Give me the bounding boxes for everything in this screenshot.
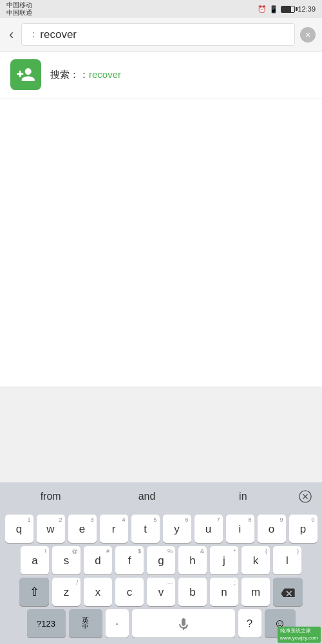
watermark: 纯净系统之家www.ycwjzy.com: [278, 627, 321, 643]
key-k[interactable]: (k: [242, 546, 270, 574]
key-y[interactable]: 6y: [163, 515, 191, 543]
result-icon: [10, 59, 41, 90]
key-e[interactable]: 3e: [68, 515, 97, 543]
key-row-bottom: ?123 英中 · ? ☺: [3, 609, 319, 638]
key-q[interactable]: 1q: [5, 515, 33, 543]
battery-icon: [281, 6, 295, 13]
result-label-prefix: 搜索：：: [50, 69, 89, 80]
status-right: ⏰ 📱 12:39: [258, 5, 316, 14]
key-b[interactable]: b: [178, 578, 207, 606]
key-m[interactable]: m: [242, 578, 270, 606]
suggestion-and[interactable]: and: [99, 491, 194, 502]
mic-icon: [176, 617, 191, 630]
key-z[interactable]: /z: [52, 578, 80, 606]
delete-key[interactable]: [273, 578, 303, 606]
result-label: 搜索：：recover: [50, 69, 121, 81]
carrier-info: 中国移动 中国联通: [6, 1, 32, 17]
key-l[interactable]: )l: [273, 546, 301, 574]
time: 12:39: [298, 5, 316, 13]
lang-key[interactable]: 英中: [69, 609, 102, 638]
key-j[interactable]: *j: [210, 546, 238, 574]
shift-key[interactable]: ⇧: [19, 578, 49, 606]
dot-key[interactable]: ·: [106, 609, 129, 638]
key-r[interactable]: 4r: [100, 515, 128, 543]
key-f[interactable]: $f: [115, 546, 144, 574]
key-v[interactable]: —v: [147, 578, 175, 606]
key-h[interactable]: &h: [178, 546, 207, 574]
search-query[interactable]: recover: [40, 28, 288, 41]
search-input-container[interactable]: ： recover: [21, 23, 295, 46]
clear-button[interactable]: ×: [300, 27, 316, 43]
search-prefix: ：: [28, 28, 39, 41]
keyboard: from and in 1q 2w 3e 4r 5t 6y 7u 8i 9o 0…: [0, 482, 322, 644]
search-bar: ‹ ： recover ×: [0, 18, 322, 52]
suggestion-from[interactable]: from: [3, 491, 99, 502]
key-row-2: !a @s #d $f %g &h *j (k )l: [3, 546, 319, 574]
num-key[interactable]: ?123: [27, 609, 66, 638]
key-t[interactable]: 5t: [131, 515, 160, 543]
phone-icon: 📱: [269, 5, 278, 14]
key-a[interactable]: !a: [21, 546, 49, 574]
key-g[interactable]: %g: [147, 546, 175, 574]
suggestion-delete-button[interactable]: [291, 485, 319, 508]
key-d[interactable]: #d: [84, 546, 112, 574]
suggestions-bar: from and in: [0, 482, 322, 511]
key-row-3: ⇧ /z x c —v b ;n m: [3, 578, 319, 606]
key-w[interactable]: 2w: [37, 515, 65, 543]
result-item[interactable]: 搜索：：recover: [0, 52, 322, 99]
add-contact-icon: [16, 65, 35, 84]
question-key[interactable]: ?: [238, 609, 261, 638]
key-s[interactable]: @s: [52, 546, 80, 574]
suggestion-in[interactable]: in: [195, 491, 291, 502]
delete-circle-icon: [298, 489, 312, 504]
key-rows: 1q 2w 3e 4r 5t 6y 7u 8i 9o 0p !a @s #d $…: [0, 511, 322, 644]
status-bar: 中国移动 中国联通 ⏰ 📱 12:39: [0, 0, 322, 18]
carrier2: 中国联通: [6, 9, 32, 17]
key-row-1: 1q 2w 3e 4r 5t 6y 7u 8i 9o 0p: [3, 515, 319, 543]
result-label-highlight: recover: [89, 69, 121, 80]
alarm-icon: ⏰: [258, 5, 267, 14]
key-n[interactable]: ;n: [210, 578, 238, 606]
key-i[interactable]: 8i: [226, 515, 254, 543]
space-key[interactable]: [132, 609, 235, 638]
carrier1: 中国移动: [6, 1, 32, 9]
key-u[interactable]: 7u: [194, 515, 223, 543]
back-button[interactable]: ‹: [6, 24, 16, 46]
key-x[interactable]: x: [84, 578, 112, 606]
result-area: 搜索：：recover: [0, 52, 322, 386]
backspace-icon: [281, 587, 295, 597]
key-p[interactable]: 0p: [289, 515, 317, 543]
key-c[interactable]: c: [115, 578, 144, 606]
key-o[interactable]: 9o: [258, 515, 286, 543]
